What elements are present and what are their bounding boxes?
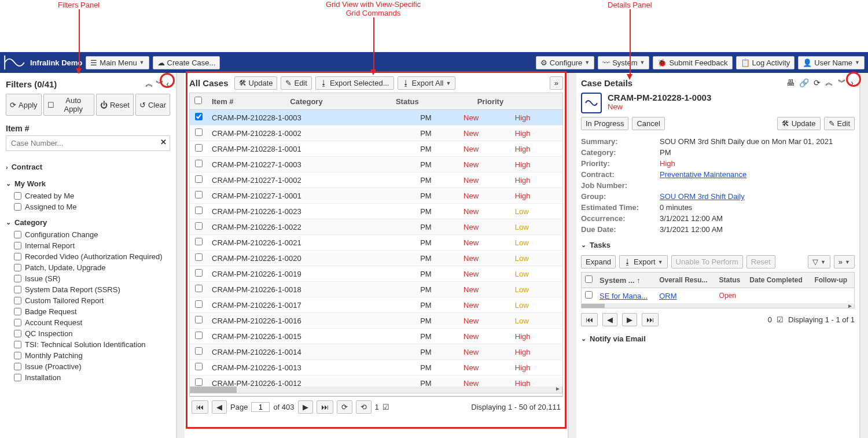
first-page-button[interactable]: ⏮ <box>192 400 208 414</box>
checkbox[interactable] <box>14 242 21 249</box>
row-checkbox[interactable] <box>195 285 203 292</box>
task-overall-link[interactable]: ORM <box>659 292 676 300</box>
row-checkbox[interactable] <box>195 175 203 183</box>
filter-checkbox-item[interactable]: Issue (SR) <box>6 273 170 284</box>
table-row[interactable]: CRAM-PM-210228-1-0002PMNewHigh <box>190 126 562 141</box>
tasks-section-head[interactable]: ⌄ Tasks <box>581 241 855 249</box>
filters-scrollbar[interactable] <box>176 73 185 438</box>
tcol-system[interactable]: System ... ↑ <box>596 273 656 288</box>
refresh-grid-button[interactable]: ⟳ <box>337 400 352 414</box>
next-page-button[interactable]: ▶ <box>298 400 313 414</box>
clear-input-icon[interactable]: ✕ <box>160 138 167 146</box>
filter-checkbox-item[interactable]: QC Inspection <box>6 328 170 339</box>
tasks-unable-button[interactable]: Unable To Perform <box>671 255 743 268</box>
tasks-last-button[interactable]: ⏭ <box>642 313 659 326</box>
col-priority[interactable]: Priority <box>473 93 562 110</box>
collapse-all-icon[interactable]: ︽ <box>144 78 155 90</box>
row-checkbox[interactable] <box>195 316 203 323</box>
table-row[interactable]: CRAM-PM-210226-1-0019PMNewLow <box>190 266 562 282</box>
col-status[interactable]: Status <box>391 93 473 110</box>
table-row[interactable]: CRAM-PM-210226-1-0012PMNewHigh <box>190 376 562 387</box>
filter-checkbox-item[interactable]: Configuration Change <box>6 229 170 240</box>
item-num-input[interactable] <box>6 135 170 151</box>
filter-checkbox-item[interactable]: Recorded Video (Authorization Required) <box>6 251 170 262</box>
select-all-checkbox[interactable] <box>194 97 202 104</box>
export-selected-button[interactable]: ⭳Export Selected... <box>315 76 394 90</box>
last-page-button[interactable]: ⏭ <box>317 400 333 414</box>
table-row[interactable]: CRAM-PM-210226-1-0016PMNewLow <box>190 313 562 329</box>
apply-button[interactable]: ⟳Apply <box>6 94 42 116</box>
row-checkbox[interactable] <box>195 253 203 261</box>
table-row[interactable]: CRAM-PM-210228-1-0003PMNewHigh <box>190 110 562 126</box>
row-checkbox[interactable] <box>195 269 203 277</box>
table-row[interactable]: CRAM-PM-210226-1-0022PMNewLow <box>190 219 562 235</box>
configure-button[interactable]: ⚙ Configure▼ <box>536 56 594 69</box>
filter-checkbox-item[interactable]: Badge Request <box>6 306 170 317</box>
print-icon[interactable]: 🖶 <box>785 77 796 89</box>
task-system-link[interactable]: SE for Mana... <box>599 292 648 300</box>
grid-scrollbar[interactable] <box>568 73 576 438</box>
user-menu-button[interactable]: 👤 User Name▼ <box>798 56 865 69</box>
tasks-next-button[interactable]: ▶ <box>622 313 637 326</box>
contract-link[interactable]: Preventative Maintenance <box>660 170 855 179</box>
checkbox[interactable] <box>14 203 21 211</box>
refresh-icon[interactable]: ⟳ <box>812 77 822 89</box>
table-row[interactable]: CRAM-PM-210226-1-0015PMNewHigh <box>190 329 562 344</box>
row-checkbox[interactable] <box>195 207 203 214</box>
filter-checkbox-item[interactable]: TSI: Technical Solution Identification <box>6 339 170 350</box>
submit-feedback-button[interactable]: 🐞 Submit Feedback <box>653 56 732 69</box>
my-work-section-head[interactable]: ⌄ My Work <box>6 179 170 188</box>
task-checkbox[interactable] <box>585 291 593 299</box>
table-row[interactable]: CRAM-PM-210227-1-0001PMNewHigh <box>190 188 562 204</box>
export-all-button[interactable]: ⭳Export All▼ <box>398 76 456 90</box>
filter-checkbox-item[interactable]: Internal Report <box>6 240 170 251</box>
details-edit-button[interactable]: ✎Edit <box>824 117 855 130</box>
row-checkbox[interactable] <box>195 144 203 152</box>
tasks-reset-button[interactable]: Reset <box>746 255 775 268</box>
tasks-export-button[interactable]: ⭳Export▼ <box>619 255 668 268</box>
checkbox[interactable] <box>14 192 21 200</box>
in-progress-button[interactable]: In Progress <box>581 117 628 130</box>
details-update-button[interactable]: 🛠Update <box>777 117 821 130</box>
expand-all-icon[interactable]: ︾ <box>155 78 165 90</box>
checkbox[interactable] <box>14 341 21 348</box>
create-case-button[interactable]: ☁ Create Case... <box>153 56 220 69</box>
row-checkbox[interactable] <box>195 222 203 230</box>
checkbox[interactable] <box>14 363 21 370</box>
row-checkbox[interactable] <box>195 128 203 136</box>
table-row[interactable]: CRAM-PM-210228-1-0001PMNewHigh <box>190 141 562 157</box>
log-activity-button[interactable]: 📋 Log Activity <box>736 56 795 69</box>
page-input[interactable] <box>251 402 270 412</box>
task-row[interactable]: SE for Mana...ORMOpen <box>582 288 855 304</box>
tasks-h-scrollbar[interactable]: ◄► <box>581 304 855 308</box>
system-button[interactable]: 〰 System▼ <box>598 56 649 69</box>
row-checkbox[interactable] <box>195 113 203 120</box>
col-category[interactable]: Category <box>285 93 391 110</box>
tcol-date[interactable]: Date Completed <box>746 273 811 288</box>
update-button[interactable]: 🛠Update <box>234 76 278 90</box>
tasks-filter-button[interactable]: ▽▼ <box>808 255 830 268</box>
table-row[interactable]: CRAM-PM-210226-1-0023PMNewLow <box>190 204 562 219</box>
col-item[interactable]: Item # <box>207 93 285 110</box>
tcol-status[interactable]: Status <box>716 273 746 288</box>
filter-checkbox-item[interactable]: Patch, Update, Upgrade <box>6 262 170 273</box>
row-checkbox[interactable] <box>195 160 203 167</box>
checkbox[interactable] <box>14 275 21 282</box>
edit-button[interactable]: ✎Edit <box>281 76 311 90</box>
table-row[interactable]: CRAM-PM-210227-1-0003PMNewHigh <box>190 157 562 172</box>
table-row[interactable]: CRAM-PM-210226-1-0018PMNewLow <box>190 282 562 297</box>
checkbox[interactable] <box>14 374 21 381</box>
expand-all-icon[interactable]: ︾ <box>837 76 847 89</box>
tasks-overflow-button[interactable]: » ▼ <box>834 255 855 268</box>
grid-body[interactable]: CRAM-PM-210228-1-0003PMNewHighCRAM-PM-21… <box>190 110 562 387</box>
main-menu-button[interactable]: ☰ Main Menu▼ <box>86 56 149 69</box>
row-checkbox[interactable] <box>195 363 203 370</box>
tasks-expand-button[interactable]: Expand <box>581 255 616 268</box>
collapse-panel-left-icon[interactable]: ‹ <box>165 78 170 90</box>
tasks-first-button[interactable]: ⏮ <box>581 313 598 326</box>
checkbox[interactable] <box>14 231 21 238</box>
tasks-prev-button[interactable]: ◀ <box>602 313 617 326</box>
filter-checkbox-item[interactable]: Assigned to Me <box>6 201 170 212</box>
filter-checkbox-item[interactable]: Monthly Patching <box>6 350 170 361</box>
link-icon[interactable]: 🔗 <box>798 77 810 89</box>
